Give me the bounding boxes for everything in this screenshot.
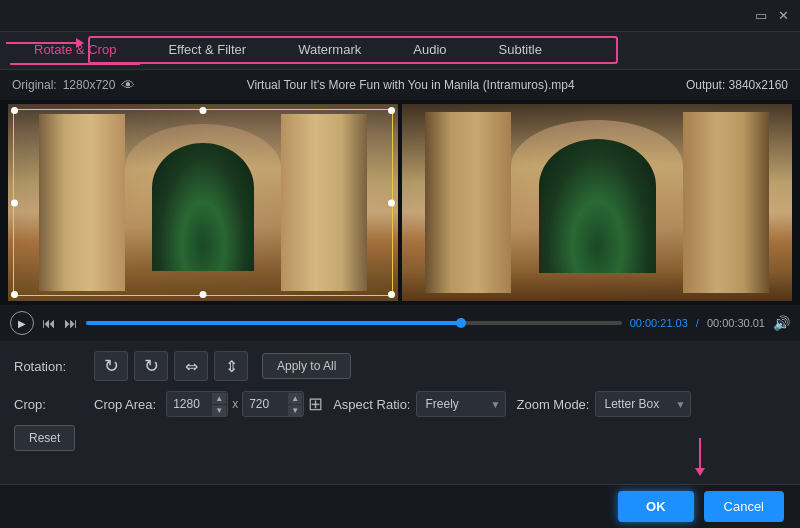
crop-label: Crop: — [14, 397, 84, 412]
reset-button[interactable]: Reset — [14, 425, 75, 451]
arrow-head — [76, 38, 84, 48]
width-spin-buttons: ▲ ▼ — [212, 391, 226, 417]
crop-area-label: Crop Area: — [94, 397, 156, 412]
flip-horizontal-button[interactable]: ⇔ — [174, 351, 208, 381]
minimize-button[interactable]: ▭ — [752, 7, 770, 25]
rotate-right-button[interactable]: ↻ — [134, 351, 168, 381]
ok-button[interactable]: OK — [618, 491, 694, 522]
output-video-frame — [402, 104, 792, 301]
filename-label: Virtual Tour It's More Fun with You in M… — [247, 78, 575, 92]
time-current: 00:00:21.03 — [630, 317, 688, 329]
zoom-mode-select-wrap: Letter Box Pan & Scan Full ▼ — [595, 391, 691, 417]
zoom-mode-select[interactable]: Letter Box Pan & Scan Full — [595, 391, 691, 417]
height-decrement-button[interactable]: ▼ — [288, 405, 302, 416]
skip-frame-button[interactable]: ⏭ — [64, 315, 78, 331]
output-resolution: Output: 3840x2160 — [686, 78, 788, 92]
tab-watermark[interactable]: Watermark — [274, 36, 385, 65]
time-separator: / — [696, 317, 699, 329]
crop-width-input-wrap: ▲ ▼ — [166, 391, 228, 417]
width-decrement-button[interactable]: ▼ — [212, 405, 226, 416]
down-arrow-head — [695, 468, 705, 476]
volume-icon[interactable]: 🔊 — [773, 315, 790, 331]
aspect-ratio-select-wrap: Freely 16:9 4:3 1:1 9:16 ▼ — [416, 391, 506, 417]
dimension-separator: x — [232, 397, 238, 411]
width-increment-button[interactable]: ▲ — [212, 393, 226, 404]
height-spin-buttons: ▲ ▼ — [288, 391, 302, 417]
title-bar: ▭ ✕ — [0, 0, 800, 32]
flip-vertical-button[interactable]: ⇕ — [214, 351, 248, 381]
arrow-line — [6, 42, 76, 44]
time-total: 00:00:30.01 — [707, 317, 765, 329]
preview-container — [0, 100, 800, 305]
arrow-annotation — [6, 38, 84, 48]
progress-thumb — [456, 318, 466, 328]
playback-bar: ▶ ⏮ ⏭ 00:00:21.03 / 00:00:30.01 🔊 — [0, 305, 800, 341]
aspect-ratio-group: Aspect Ratio: Freely 16:9 4:3 1:1 9:16 ▼ — [333, 391, 506, 417]
original-video-frame — [8, 104, 398, 301]
height-increment-button[interactable]: ▲ — [288, 393, 302, 404]
crop-area-group: ▲ ▼ x ▲ ▼ ⊞ — [166, 391, 323, 417]
preview-info-bar: Original: 1280x720 👁 Virtual Tour It's M… — [0, 70, 800, 100]
expand-icon[interactable]: ⊞ — [308, 393, 323, 415]
rotation-row: Rotation: ↺ ↻ ⇔ ⇕ Apply to All — [14, 351, 786, 381]
controls-panel: Rotation: ↺ ↻ ⇔ ⇕ Apply to All Crop: Cro… — [0, 341, 800, 459]
cancel-button[interactable]: Cancel — [704, 491, 784, 522]
play-button[interactable]: ▶ — [10, 311, 34, 335]
eye-icon[interactable]: 👁 — [121, 77, 135, 93]
down-arrow-line — [699, 438, 701, 468]
original-label: Original: — [12, 78, 57, 92]
close-button[interactable]: ✕ — [774, 7, 792, 25]
crop-height-input-wrap: ▲ ▼ — [242, 391, 304, 417]
rotation-label: Rotation: — [14, 359, 84, 374]
zoom-mode-label: Zoom Mode: — [516, 397, 589, 412]
zoom-mode-group: Zoom Mode: Letter Box Pan & Scan Full ▼ — [516, 391, 691, 417]
original-info: Original: 1280x720 👁 — [12, 77, 135, 93]
progress-fill — [86, 321, 461, 325]
tab-subtitle[interactable]: Subtitle — [475, 36, 566, 65]
skip-start-button[interactable]: ⏮ — [42, 315, 56, 331]
apply-to-all-button[interactable]: Apply to All — [262, 353, 351, 379]
down-arrow-annotation — [695, 438, 705, 476]
original-resolution: 1280x720 — [63, 78, 116, 92]
rotate-left-button[interactable]: ↺ — [94, 351, 128, 381]
bottom-bar: OK Cancel — [0, 484, 800, 528]
crop-row: Crop: Crop Area: ▲ ▼ x ▲ ▼ ⊞ Aspect Rati — [14, 391, 786, 417]
aspect-ratio-label: Aspect Ratio: — [333, 397, 410, 412]
tabs-row: Rotate & Crop Effect & Filter Watermark … — [0, 32, 800, 70]
progress-bar[interactable] — [86, 321, 622, 325]
tab-effect-filter[interactable]: Effect & Filter — [144, 36, 270, 65]
rotation-buttons: ↺ ↻ ⇔ ⇕ — [94, 351, 248, 381]
aspect-ratio-select[interactable]: Freely 16:9 4:3 1:1 9:16 — [416, 391, 506, 417]
tab-audio[interactable]: Audio — [389, 36, 470, 65]
